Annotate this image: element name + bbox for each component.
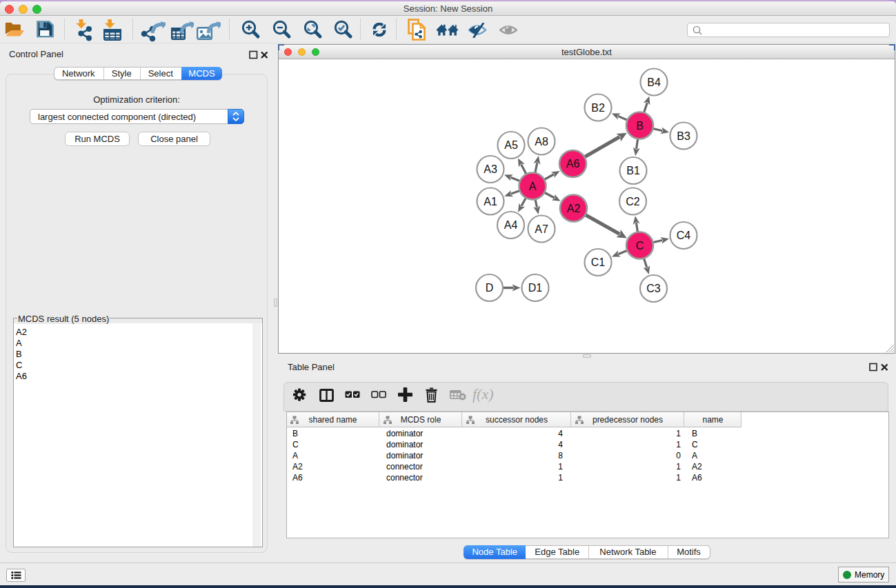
svg-text:D1: D1	[528, 282, 543, 294]
svg-text:A3: A3	[484, 163, 497, 175]
svg-text:C1: C1	[591, 256, 606, 268]
svg-text:A6: A6	[566, 158, 580, 170]
svg-text:B4: B4	[647, 77, 661, 88]
svg-text:D: D	[486, 282, 494, 294]
svg-text:B1: B1	[626, 165, 640, 176]
svg-text:B3: B3	[677, 130, 690, 142]
svg-text:C: C	[636, 240, 644, 252]
svg-text:C3: C3	[646, 283, 661, 294]
svg-text:A: A	[529, 181, 537, 192]
svg-text:B: B	[636, 120, 644, 132]
svg-text:C4: C4	[677, 230, 691, 241]
svg-text:A5: A5	[504, 139, 518, 151]
svg-text:C2: C2	[626, 196, 640, 207]
svg-text:A1: A1	[484, 196, 497, 207]
svg-text:A4: A4	[504, 219, 518, 231]
svg-text:A7: A7	[535, 223, 548, 235]
svg-text:B2: B2	[591, 102, 605, 114]
svg-text:A8: A8	[535, 136, 548, 148]
svg-text:A2: A2	[567, 203, 581, 214]
